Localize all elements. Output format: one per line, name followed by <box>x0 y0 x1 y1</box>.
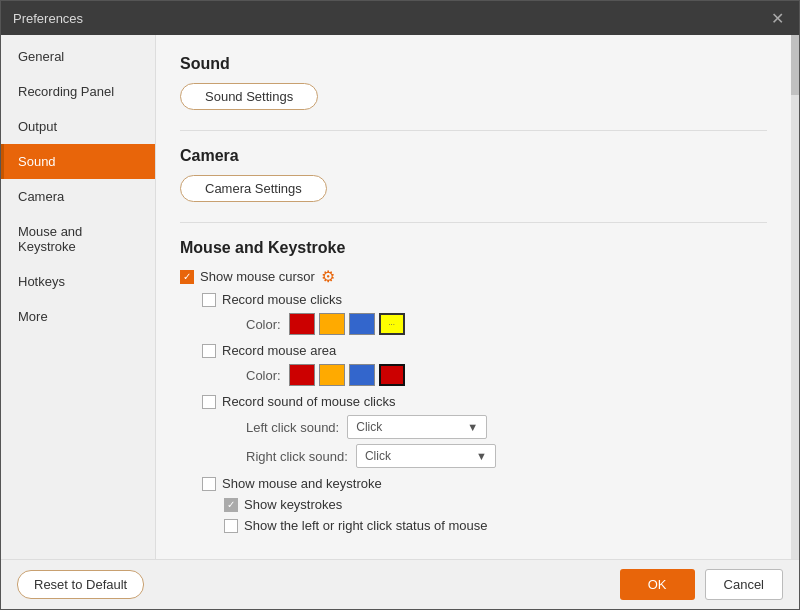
left-click-arrow: ▼ <box>467 421 478 433</box>
right-click-dropdown[interactable]: Click ▼ <box>356 444 496 468</box>
record-mouse-area-row: Record mouse area <box>202 343 767 358</box>
record-mouse-clicks-checkbox[interactable] <box>202 293 216 307</box>
content-area: General Recording Panel Output Sound Cam… <box>1 35 799 559</box>
scrollbar-thumb[interactable] <box>791 35 799 95</box>
record-area-container: Record mouse area Color: <box>202 343 767 386</box>
show-mouse-keystroke-label: Show mouse and keystroke <box>222 476 382 491</box>
sound-settings-button[interactable]: Sound Settings <box>180 83 318 110</box>
right-click-value: Click <box>365 449 391 463</box>
sound-section: Sound Sound Settings <box>180 55 767 114</box>
show-lr-row: Show the left or right click status of m… <box>224 518 767 533</box>
area-color-orange[interactable] <box>319 364 345 386</box>
preferences-window: Preferences ✕ General Recording Panel Ou… <box>0 0 800 610</box>
click-color-yellow[interactable]: ··· <box>379 313 405 335</box>
area-color-red2[interactable] <box>379 364 405 386</box>
record-mouse-area-checkbox[interactable] <box>202 344 216 358</box>
click-color-label: Color: <box>246 317 281 332</box>
mouse-keystroke-title: Mouse and Keystroke <box>180 239 767 257</box>
record-mouse-area-label: Record mouse area <box>222 343 336 358</box>
record-mouse-clicks-label: Record mouse clicks <box>222 292 342 307</box>
camera-settings-button[interactable]: Camera Settings <box>180 175 327 202</box>
show-mouse-keystroke-row: Show mouse and keystroke <box>202 476 767 491</box>
left-click-value: Click <box>356 420 382 434</box>
reset-button[interactable]: Reset to Default <box>17 570 144 599</box>
area-color-label: Color: <box>246 368 281 383</box>
show-mouse-keystroke-checkbox[interactable] <box>202 477 216 491</box>
left-click-sound-row: Left click sound: Click ▼ <box>246 415 767 439</box>
left-click-label: Left click sound: <box>246 420 339 435</box>
area-color-row: Color: <box>246 364 767 386</box>
ok-button[interactable]: OK <box>620 569 695 600</box>
click-color-orange[interactable] <box>319 313 345 335</box>
show-lr-label: Show the left or right click status of m… <box>244 518 488 533</box>
record-sound-label: Record sound of mouse clicks <box>222 394 395 409</box>
sidebar-item-general[interactable]: General <box>1 39 155 74</box>
show-keystrokes-checkbox[interactable] <box>224 498 238 512</box>
close-button[interactable]: ✕ <box>767 8 787 28</box>
record-mouse-clicks-row: Record mouse clicks <box>202 292 767 307</box>
camera-section-title: Camera <box>180 147 767 165</box>
main-panel: Sound Sound Settings Camera Camera Setti… <box>156 35 791 559</box>
title-bar: Preferences ✕ <box>1 1 799 35</box>
show-mouse-keystroke-container: Show mouse and keystroke Show keystrokes… <box>202 476 767 533</box>
sidebar-item-mouse-keystroke[interactable]: Mouse and Keystroke <box>1 214 155 264</box>
right-click-label: Right click sound: <box>246 449 348 464</box>
record-clicks-container: Record mouse clicks Color: ··· <box>202 292 767 335</box>
record-sound-row: Record sound of mouse clicks <box>202 394 767 409</box>
scrollbar-track <box>791 35 799 559</box>
show-mouse-cursor-checkbox[interactable] <box>180 270 194 284</box>
right-click-sound-row: Right click sound: Click ▼ <box>246 444 767 468</box>
area-color-red[interactable] <box>289 364 315 386</box>
sidebar-item-hotkeys[interactable]: Hotkeys <box>1 264 155 299</box>
mouse-keystroke-section: Mouse and Keystroke Show mouse cursor ⚙ … <box>180 239 767 533</box>
sidebar-item-output[interactable]: Output <box>1 109 155 144</box>
show-mouse-cursor-row: Show mouse cursor ⚙ <box>180 267 767 286</box>
divider-1 <box>180 130 767 131</box>
right-click-arrow: ▼ <box>476 450 487 462</box>
click-color-red[interactable] <box>289 313 315 335</box>
bottom-bar: Reset to Default OK Cancel <box>1 559 799 609</box>
click-color-row: Color: ··· <box>246 313 767 335</box>
left-click-dropdown[interactable]: Click ▼ <box>347 415 487 439</box>
show-keystrokes-container: Show keystrokes Show the left or right c… <box>224 497 767 533</box>
sidebar-item-camera[interactable]: Camera <box>1 179 155 214</box>
sidebar-item-sound[interactable]: Sound <box>1 144 155 179</box>
cancel-button[interactable]: Cancel <box>705 569 783 600</box>
show-keystrokes-row: Show keystrokes <box>224 497 767 512</box>
sound-section-title: Sound <box>180 55 767 73</box>
sidebar-item-recording-panel[interactable]: Recording Panel <box>1 74 155 109</box>
record-sound-container: Record sound of mouse clicks Left click … <box>202 394 767 468</box>
click-color-blue[interactable] <box>349 313 375 335</box>
bottom-right-buttons: OK Cancel <box>620 569 783 600</box>
camera-section: Camera Camera Settings <box>180 147 767 206</box>
sidebar-item-more[interactable]: More <box>1 299 155 334</box>
divider-2 <box>180 222 767 223</box>
show-keystrokes-label: Show keystrokes <box>244 497 342 512</box>
window-title: Preferences <box>13 11 83 26</box>
area-color-blue[interactable] <box>349 364 375 386</box>
record-sound-checkbox[interactable] <box>202 395 216 409</box>
gear-icon[interactable]: ⚙ <box>321 267 335 286</box>
sidebar: General Recording Panel Output Sound Cam… <box>1 35 156 559</box>
show-lr-checkbox[interactable] <box>224 519 238 533</box>
show-mouse-cursor-label: Show mouse cursor <box>200 269 315 284</box>
